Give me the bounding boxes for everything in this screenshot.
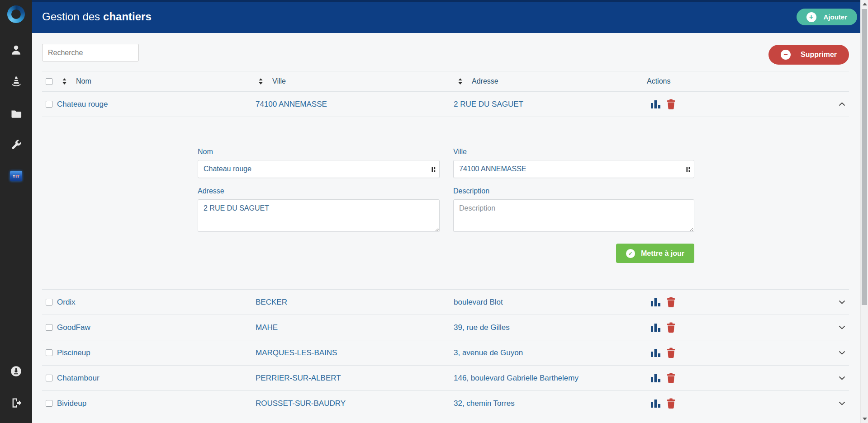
user-icon [10, 44, 22, 56]
adresse-field[interactable]: 2 RUE DU SAGUET [198, 199, 440, 232]
app-logo[interactable] [7, 5, 25, 23]
update-button[interactable]: ✓ Mettre à jour [616, 244, 694, 263]
table-row[interactable]: Ordix BECKER boulevard Blot [42, 290, 849, 315]
sort-icon-nom[interactable] [62, 78, 67, 85]
search-input[interactable] [42, 44, 139, 61]
row-checkbox[interactable] [46, 101, 52, 108]
check-circle-icon: ✓ [626, 249, 635, 258]
plus-circle-icon: + [806, 12, 816, 22]
trash-icon[interactable] [666, 348, 676, 358]
table-row[interactable]: Chatambour PERRIER-SUR-ALBERT 146, boule… [42, 366, 849, 391]
scrollbar-thumb[interactable] [862, 9, 867, 305]
datalist-indicator-icon[interactable] [432, 166, 436, 174]
description-label: Description [453, 187, 694, 197]
table-row[interactable]: Piscineup MARQUES-LES-BAINS 3, avenue de… [42, 340, 849, 366]
wrench-icon [10, 139, 22, 151]
row-edit-panel: Nom Ville [42, 117, 849, 290]
row-checkbox[interactable] [46, 400, 52, 407]
chevron-down-icon[interactable] [839, 325, 845, 329]
table-row[interactable]: Chateau rouge 74100 ANNEMASSE 2 RUE DU S… [42, 92, 849, 117]
sort-icon-ville[interactable] [258, 78, 263, 85]
stats-bar-chart-icon[interactable] [650, 374, 662, 383]
column-header-ville: Ville [272, 77, 286, 85]
sidebar-item-logout[interactable] [0, 397, 32, 409]
ville-field[interactable] [453, 160, 694, 178]
stats-bar-chart-icon[interactable] [650, 348, 662, 357]
chevron-up-icon[interactable] [839, 102, 845, 106]
trash-icon[interactable] [666, 373, 676, 384]
sidebar-item-chantiers[interactable] [0, 75, 32, 88]
chevron-down-icon[interactable] [839, 376, 845, 380]
stats-bar-chart-icon[interactable] [650, 323, 662, 332]
topbar: Gestion deschantiers [32, 0, 860, 33]
stats-bar-chart-icon[interactable] [650, 100, 662, 109]
row-checkbox[interactable] [46, 324, 52, 331]
trash-icon[interactable] [666, 99, 676, 110]
table-header-row: Nom Ville Adresse Actions [42, 71, 849, 92]
page-scrollbar[interactable] [860, 0, 868, 423]
column-header-adresse: Adresse [472, 77, 498, 85]
sidebar-item-dossiers[interactable] [0, 108, 32, 120]
adresse-label: Adresse [198, 187, 440, 197]
column-header-nom: Nom [76, 77, 91, 85]
sort-icon-adresse[interactable] [458, 78, 463, 85]
sidebar-item-outils[interactable] [0, 139, 32, 151]
nom-field[interactable] [198, 160, 440, 178]
stats-bar-chart-icon[interactable] [650, 399, 662, 408]
minus-circle-icon: − [781, 50, 791, 60]
nom-label: Nom [198, 148, 440, 158]
chantiers-table: Nom Ville Adresse Actions Chateau rouge … [42, 71, 849, 416]
folder-icon [10, 108, 23, 120]
select-all-checkbox[interactable] [46, 78, 52, 85]
trash-icon[interactable] [666, 322, 676, 333]
traffic-cone-icon [10, 75, 23, 88]
sidebar-item-download[interactable] [0, 365, 32, 377]
scroll-down-arrow-icon[interactable] [863, 418, 867, 420]
sidebar-item-yit[interactable]: YIT [0, 171, 32, 181]
page-title: Gestion deschantiers [42, 10, 152, 23]
sign-out-icon [10, 397, 22, 409]
row-checkbox[interactable] [46, 299, 52, 306]
sidebar-item-users[interactable] [0, 44, 32, 56]
chantier-edit-form: Nom Ville [198, 148, 694, 263]
scroll-up-arrow-icon[interactable] [863, 3, 867, 5]
main-content: − Supprimer Nom Ville Adr [32, 33, 860, 423]
chevron-down-icon[interactable] [839, 401, 845, 405]
sidebar: YIT [0, 0, 32, 423]
yit-app-icon: YIT [10, 171, 22, 181]
datalist-indicator-icon[interactable] [686, 166, 690, 174]
chevron-down-icon[interactable] [839, 300, 845, 304]
description-field[interactable] [453, 199, 694, 232]
stats-bar-chart-icon[interactable] [650, 298, 662, 307]
chevron-down-icon[interactable] [839, 351, 845, 355]
ville-label: Ville [453, 148, 694, 158]
trash-icon[interactable] [666, 297, 676, 308]
row-checkbox[interactable] [46, 349, 52, 356]
delete-button[interactable]: − Supprimer [768, 45, 849, 65]
add-button[interactable]: + Ajouter [797, 9, 858, 25]
row-checkbox[interactable] [46, 375, 52, 381]
column-header-actions: Actions [647, 77, 670, 85]
trash-icon[interactable] [666, 398, 676, 409]
download-icon [10, 365, 22, 377]
table-row[interactable]: Bivideup ROUSSET-SUR-BAUDRY 32, chemin T… [42, 391, 849, 416]
table-row[interactable]: GoodFaw MAHE 39, rue de Gilles [42, 315, 849, 340]
